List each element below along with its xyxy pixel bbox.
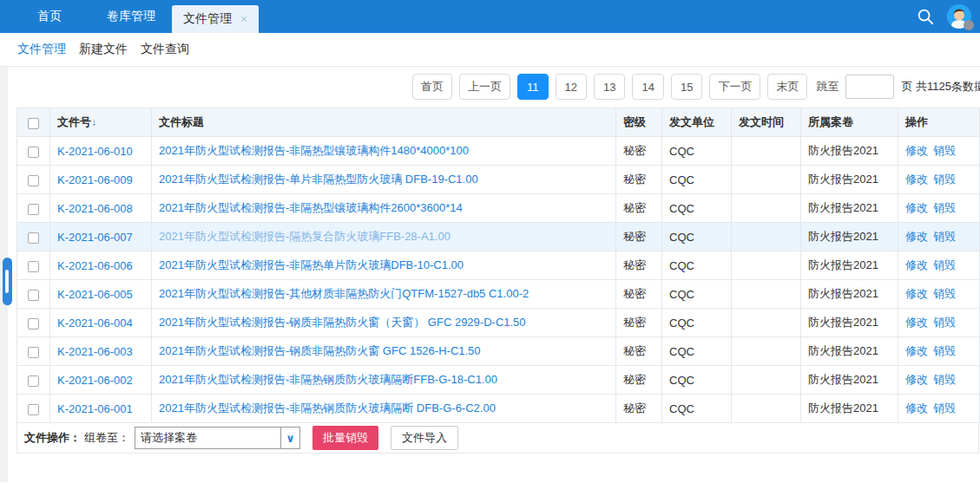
destroy-link[interactable]: 销毁 xyxy=(933,258,956,271)
select-all-checkbox[interactable] xyxy=(28,118,39,129)
table-row: K-2021-06-0072021年防火型试检测报告-隔热复合防火玻璃FFB-2… xyxy=(17,223,980,251)
row-checkbox[interactable] xyxy=(28,175,39,186)
row-select-cell xyxy=(17,366,50,395)
archive-cell: 防火报告2021 xyxy=(801,223,898,251)
file-number-link[interactable]: K-2021-06-009 xyxy=(57,173,133,186)
destroy-link[interactable]: 销毁 xyxy=(933,344,956,357)
file-title-link[interactable]: 2021年防火型试检测报告-非隔热钢质防火玻璃隔断FFB-G-18-C1.00 xyxy=(159,373,497,386)
file-number-link[interactable]: K-2021-06-001 xyxy=(57,402,133,415)
archive-cell: 防火报告2021 xyxy=(801,280,898,309)
operations-cell: 修改销毁 xyxy=(898,337,980,366)
page-next-button[interactable]: 下一页 xyxy=(709,74,760,100)
operations-cell: 修改销毁 xyxy=(898,366,980,395)
close-icon[interactable]: × xyxy=(240,13,247,25)
file-import-button[interactable]: 文件导入 xyxy=(391,426,458,450)
row-checkbox[interactable] xyxy=(28,204,39,215)
file-title-link[interactable]: 2021年防火型试检测报告-其他材质非隔热防火门QTFM-1527-db5 C1… xyxy=(159,287,529,300)
page-button-12[interactable]: 12 xyxy=(556,74,587,100)
page-prev-button[interactable]: 上一页 xyxy=(459,74,510,100)
edit-link[interactable]: 修改 xyxy=(905,401,928,414)
page-button-13[interactable]: 13 xyxy=(594,74,625,100)
secrecy-level-cell: 秘密 xyxy=(616,337,662,366)
archive-select[interactable]: 请选择案卷 ∨ xyxy=(135,427,300,449)
edit-link[interactable]: 修改 xyxy=(905,316,928,329)
file-title-link[interactable]: 2021年防火型试检测报告-非隔热单片防火玻璃DFB-10-C1.00 xyxy=(159,258,464,271)
row-checkbox[interactable] xyxy=(28,290,39,301)
edit-link[interactable]: 修改 xyxy=(905,287,928,300)
file-title-link[interactable]: 2021年防火型试检测报告-非隔热钢质防火玻璃隔断 DFB-G-6-C2.00 xyxy=(159,401,496,414)
file-title-cell: 2021年防火型试检测报告-非隔热型镶玻璃构件2600*3600*14 xyxy=(152,194,616,223)
row-checkbox[interactable] xyxy=(28,404,39,415)
file-number-link[interactable]: K-2021-06-008 xyxy=(57,202,133,215)
header-operations: 操作 xyxy=(898,108,980,137)
tab-卷库管理[interactable]: 卷库管理 xyxy=(90,0,172,33)
file-title-link[interactable]: 2021年防火型试检测报告-隔热复合防火玻璃FFB-28-A1.00 xyxy=(159,230,451,243)
file-title-link[interactable]: 2021年防火型试检测报告-非隔热型镶玻璃构件2600*3600*14 xyxy=(159,201,463,214)
search-icon[interactable] xyxy=(916,7,935,26)
page-last-button[interactable]: 末页 xyxy=(767,74,807,100)
destroy-link[interactable]: 销毁 xyxy=(933,401,956,414)
page-first-button[interactable]: 首页 xyxy=(412,74,452,100)
file-number-link[interactable]: K-2021-06-005 xyxy=(57,288,133,301)
file-title-link[interactable]: 2021年防火型试检测报告-钢质非隔热防火窗 GFC 1526-H-C1.50 xyxy=(159,344,481,357)
operations-cell: 修改销毁 xyxy=(898,395,980,423)
row-select-cell xyxy=(17,251,50,280)
destroy-link[interactable]: 销毁 xyxy=(933,201,956,214)
menu-item-新建文件[interactable]: 新建文件 xyxy=(79,42,128,57)
edit-link[interactable]: 修改 xyxy=(905,373,928,386)
operations-cell: 修改销毁 xyxy=(898,251,980,280)
archive-cell: 防火报告2021 xyxy=(801,194,898,223)
issue-time-cell xyxy=(732,395,801,423)
menu-item-文件查询[interactable]: 文件查询 xyxy=(141,42,189,57)
edit-link[interactable]: 修改 xyxy=(905,201,928,214)
row-checkbox[interactable] xyxy=(28,147,39,158)
edit-link[interactable]: 修改 xyxy=(905,344,928,357)
file-title-link[interactable]: 2021年防火型试检测报告-单片非隔热型防火玻璃 DFB-19-C1.00 xyxy=(159,173,478,186)
edit-link[interactable]: 修改 xyxy=(905,230,928,243)
row-select-cell xyxy=(17,194,50,223)
row-select-cell xyxy=(17,223,50,251)
file-number-link[interactable]: K-2021-06-003 xyxy=(57,345,133,358)
edit-link[interactable]: 修改 xyxy=(905,173,928,186)
file-number-link[interactable]: K-2021-06-007 xyxy=(57,231,133,244)
issuing-unit-cell: CQC xyxy=(662,166,732,194)
destroy-link[interactable]: 销毁 xyxy=(933,144,956,157)
tab-文件管理[interactable]: 文件管理× xyxy=(172,5,259,33)
row-checkbox[interactable] xyxy=(28,347,39,358)
issue-time-cell xyxy=(732,166,801,194)
content-area: 首页上一页1112131415下一页末页跳至页 共1125条数据 文件号↓ 文件… xyxy=(0,67,980,482)
user-avatar[interactable] xyxy=(947,4,971,29)
jump-to-label: 跳至 xyxy=(816,79,839,95)
file-title-link[interactable]: 2021年防火型试检测报告-非隔热型镶玻璃构件1480*4000*100 xyxy=(159,144,469,157)
table-row: K-2021-06-0042021年防火型试检测报告-钢质非隔热防火窗（天窗） … xyxy=(17,309,980,337)
tab-首页[interactable]: 首页 xyxy=(9,0,90,33)
destroy-link[interactable]: 销毁 xyxy=(933,373,956,386)
row-checkbox[interactable] xyxy=(28,232,39,244)
page-button-15[interactable]: 15 xyxy=(671,74,702,100)
file-number-link[interactable]: K-2021-06-006 xyxy=(57,259,133,272)
batch-destroy-button[interactable]: 批量销毁 xyxy=(312,426,378,450)
header-file-number[interactable]: 文件号↓ xyxy=(50,108,152,137)
destroy-link[interactable]: 销毁 xyxy=(933,316,956,329)
jump-page-input[interactable] xyxy=(845,75,894,99)
row-checkbox[interactable] xyxy=(28,261,39,272)
issue-time-cell xyxy=(732,223,801,251)
sidebar-drawer-handle[interactable] xyxy=(3,258,12,305)
table-row: K-2021-06-0032021年防火型试检测报告-钢质非隔热防火窗 GFC … xyxy=(17,337,980,366)
page-button-14[interactable]: 14 xyxy=(632,74,663,100)
file-number-link[interactable]: K-2021-06-004 xyxy=(57,317,133,330)
header-issuing-unit: 发文单位 xyxy=(662,108,732,137)
edit-link[interactable]: 修改 xyxy=(905,144,928,157)
row-checkbox[interactable] xyxy=(28,318,39,330)
destroy-link[interactable]: 销毁 xyxy=(933,173,956,186)
archive-cell: 防火报告2021 xyxy=(801,166,898,194)
edit-link[interactable]: 修改 xyxy=(905,258,928,271)
file-number-link[interactable]: K-2021-06-010 xyxy=(57,145,133,158)
row-checkbox[interactable] xyxy=(28,375,39,387)
destroy-link[interactable]: 销毁 xyxy=(933,230,956,243)
file-title-link[interactable]: 2021年防火型试检测报告-钢质非隔热防火窗（天窗） GFC 2929-D-C1… xyxy=(159,316,526,329)
destroy-link[interactable]: 销毁 xyxy=(933,287,956,300)
page-button-11[interactable]: 11 xyxy=(517,74,549,100)
menu-item-文件管理[interactable]: 文件管理 xyxy=(17,42,66,57)
file-number-link[interactable]: K-2021-06-002 xyxy=(57,374,133,387)
